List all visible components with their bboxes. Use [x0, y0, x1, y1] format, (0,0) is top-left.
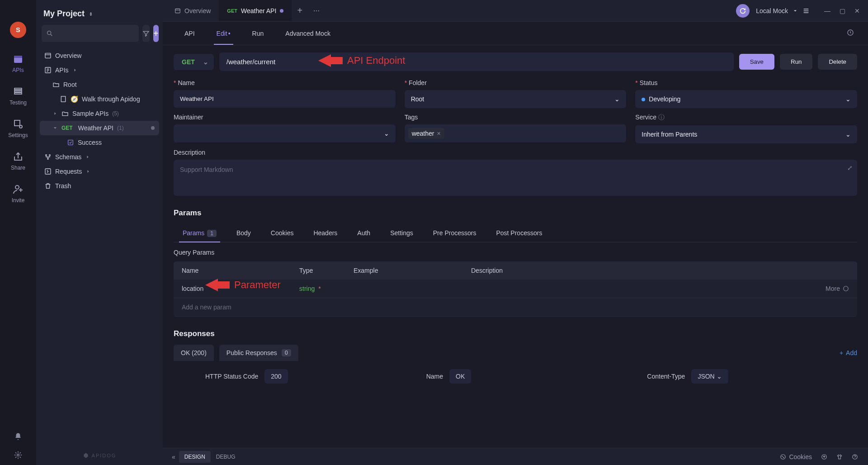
- endpoint-input[interactable]: [219, 52, 734, 71]
- svg-point-20: [781, 454, 786, 459]
- add-button[interactable]: +: [153, 25, 159, 42]
- refresh-button[interactable]: [736, 4, 750, 18]
- schemas-icon: [44, 153, 52, 161]
- description-textarea[interactable]: Support Markdown ⤢: [174, 160, 857, 196]
- tree-overview[interactable]: Overview: [40, 48, 159, 63]
- nav-testing[interactable]: Testing: [0, 80, 36, 112]
- param-tab-auth[interactable]: Auth: [348, 224, 379, 242]
- search-input[interactable]: [42, 25, 139, 42]
- svg-rect-17: [175, 9, 180, 13]
- window-controls: — ▢ ✕: [816, 5, 868, 16]
- chevron-right-icon: [85, 154, 90, 160]
- param-table: Name Type Example Description location s…: [174, 261, 857, 317]
- tree-apis[interactable]: APIs: [40, 63, 159, 77]
- nav-share[interactable]: Share: [0, 145, 36, 177]
- run-button[interactable]: Run: [780, 54, 812, 70]
- param-name[interactable]: location: [182, 285, 299, 292]
- param-tab-cookies[interactable]: Cookies: [262, 224, 303, 242]
- resp-tab-ok[interactable]: OK (200): [174, 345, 214, 361]
- folder-icon: [61, 110, 69, 117]
- tree-trash[interactable]: Trash: [40, 179, 159, 193]
- param-row[interactable]: location string* More Parameter: [174, 280, 857, 298]
- chevron-right-icon: [52, 111, 58, 116]
- tags-input[interactable]: weather×: [405, 124, 627, 142]
- project-title[interactable]: My Project: [36, 0, 163, 25]
- resp-name-input[interactable]: OK: [449, 369, 471, 384]
- mode-design[interactable]: DESIGN: [179, 451, 211, 463]
- bb-help-icon[interactable]: [847, 454, 863, 460]
- svg-rect-2: [14, 88, 22, 90]
- resp-tab-public[interactable]: Public Responses 0: [219, 345, 298, 361]
- maintainer-select[interactable]: ⌄: [174, 124, 396, 142]
- avatar[interactable]: S: [10, 22, 26, 38]
- close-button[interactable]: ✕: [853, 5, 862, 16]
- param-tab-params[interactable]: Params1: [174, 224, 226, 242]
- folder-select[interactable]: Root ⌄: [405, 90, 627, 108]
- tree-requests[interactable]: Requests: [40, 164, 159, 179]
- param-tab-headers[interactable]: Headers: [304, 224, 346, 242]
- chevron-down-icon: [793, 8, 798, 14]
- sidebar-wide: My Project + Overview APIs Root 🧭 Walk t…: [36, 0, 163, 465]
- tree-sample-apis[interactable]: Sample APIs (5): [40, 106, 159, 121]
- method-select[interactable]: GET ⌄: [174, 54, 214, 70]
- http-status-input[interactable]: 200: [264, 369, 288, 384]
- env-select[interactable]: Local Mock: [750, 7, 816, 14]
- preview-icon[interactable]: [844, 26, 857, 41]
- expand-icon[interactable]: ⤢: [847, 164, 853, 171]
- tree-walkthrough[interactable]: 🧭 Walk through Apidog: [40, 92, 159, 106]
- subtab-edit[interactable]: Edit•: [206, 22, 241, 45]
- nav-settings[interactable]: Settings: [0, 112, 36, 145]
- tab-overview[interactable]: Overview: [166, 0, 219, 21]
- nav-invite[interactable]: Invite: [0, 177, 36, 210]
- tree-weather-api[interactable]: GET Weather API (1): [40, 121, 159, 135]
- nav-apis[interactable]: APIs: [0, 47, 36, 80]
- trash-icon: [44, 182, 52, 190]
- overview-icon: [175, 8, 181, 14]
- minimize-button[interactable]: —: [822, 5, 832, 16]
- mode-debug[interactable]: DEBUG: [211, 451, 241, 463]
- param-tab-settings[interactable]: Settings: [381, 224, 422, 242]
- svg-rect-5: [14, 120, 20, 126]
- svg-rect-12: [68, 140, 73, 145]
- tag-remove-icon[interactable]: ×: [437, 130, 440, 137]
- tree-success[interactable]: Success: [40, 135, 159, 150]
- save-button[interactable]: Save: [739, 54, 774, 70]
- subtab-api[interactable]: API: [174, 22, 206, 45]
- notifications-icon[interactable]: [9, 428, 27, 446]
- tab-new[interactable]: +: [292, 3, 308, 19]
- tree-root[interactable]: Root: [40, 77, 159, 92]
- name-input[interactable]: [174, 90, 396, 108]
- menu-icon: [802, 7, 810, 14]
- field-folder: *Folder Root ⌄: [405, 79, 627, 108]
- resp-add-button[interactable]: +Add: [840, 349, 857, 356]
- maximize-button[interactable]: ▢: [838, 5, 847, 16]
- service-select[interactable]: Inherit from Parents ⌄: [635, 125, 857, 143]
- param-more-button[interactable]: More: [826, 285, 849, 292]
- status-select[interactable]: Developing ⌄: [635, 90, 857, 108]
- nav-invite-label: Invite: [12, 197, 25, 204]
- tab-weather-api[interactable]: GET Weather API: [219, 0, 292, 21]
- param-row-add[interactable]: Add a new param: [174, 298, 857, 317]
- tree-schemas[interactable]: Schemas: [40, 150, 159, 164]
- params-section-title: Params: [174, 209, 857, 218]
- cookies-button[interactable]: Cookies: [775, 453, 816, 460]
- col-type: Type: [299, 267, 354, 274]
- requests-icon: [44, 168, 52, 175]
- gear-icon[interactable]: [9, 446, 27, 465]
- param-tab-pre[interactable]: Pre Processors: [424, 224, 486, 242]
- subtab-run[interactable]: Run: [241, 22, 275, 45]
- modified-dot-icon: [280, 9, 283, 13]
- doc-icon: [60, 95, 67, 103]
- filter-button[interactable]: [142, 25, 150, 42]
- subtab-advanced-mock[interactable]: Advanced Mock: [274, 22, 341, 45]
- subtabs: API Edit• Run Advanced Mock: [163, 22, 868, 45]
- collapse-button[interactable]: «: [168, 451, 179, 462]
- content-type-select[interactable]: JSON ⌄: [691, 369, 728, 384]
- param-tab-body[interactable]: Body: [227, 224, 260, 242]
- tab-more[interactable]: ⋯: [308, 7, 325, 14]
- bb-upload-icon[interactable]: [816, 454, 832, 460]
- param-tab-post[interactable]: Post Processors: [487, 224, 551, 242]
- bb-tshirt-icon[interactable]: [832, 454, 847, 460]
- delete-button[interactable]: Delete: [818, 54, 857, 70]
- testing-icon: [13, 86, 24, 97]
